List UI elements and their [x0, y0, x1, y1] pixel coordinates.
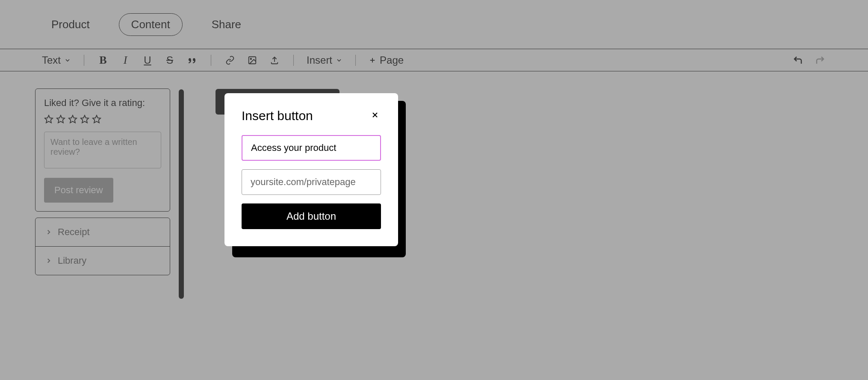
button-label-input[interactable] [242, 135, 381, 161]
modal-overlay[interactable] [0, 0, 868, 380]
insert-button-modal: Insert button Add button [224, 93, 398, 246]
modal-title: Insert button [242, 109, 313, 123]
modal-close-button[interactable] [369, 109, 381, 123]
button-url-input[interactable] [242, 169, 381, 195]
add-button-submit[interactable]: Add button [242, 203, 381, 229]
close-icon [371, 111, 379, 119]
